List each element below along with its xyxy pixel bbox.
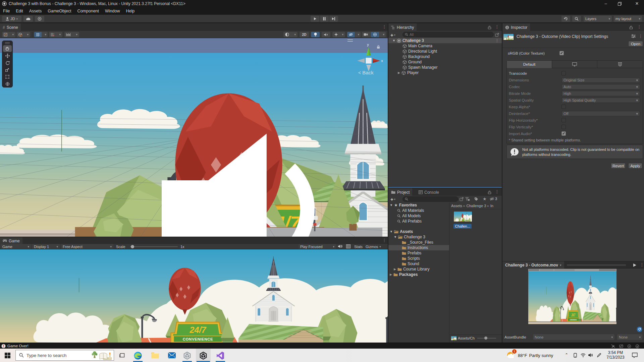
lock-icon[interactable] (488, 25, 491, 29)
tab-scene[interactable]: # Scene (0, 23, 21, 31)
tab-game[interactable]: Game (0, 237, 22, 244)
snap-increment-dropdown[interactable]: ▾ (64, 32, 79, 37)
taskbar-mail-icon[interactable] (168, 352, 176, 359)
favorites-row[interactable]: ▼★Favorites (388, 202, 449, 208)
file-thumbnail[interactable] (453, 211, 472, 222)
tab-project[interactable]: Project (388, 188, 412, 196)
tray-expand-chevron[interactable]: ⌃ (565, 353, 568, 357)
close-button[interactable]: ✕ (633, 1, 641, 6)
preview-play-icon[interactable] (633, 263, 637, 267)
hierarchy-row-root[interactable]: ▼ Challenge 3 ⋮ (388, 38, 502, 43)
flip-v-checkbox[interactable] (561, 125, 566, 129)
tools-handle[interactable] (2, 41, 12, 45)
tool-rotate[interactable] (3, 59, 12, 66)
folder-row[interactable]: Prefabs (388, 250, 449, 256)
platform-tab-default[interactable]: Default (507, 61, 552, 68)
search-jump-icon[interactable] (495, 33, 499, 37)
status-icon-activity[interactable] (635, 344, 639, 348)
weather-button[interactable]: 1 88°F Partly sunny (506, 349, 559, 361)
hierarchy-row[interactable]: Main Camera (388, 43, 502, 49)
tab-inspector[interactable]: Inspector (502, 23, 530, 31)
scale-slider-knob[interactable] (131, 245, 134, 248)
spatial-dropdown[interactable]: High Spatial Quality▾ (561, 98, 640, 103)
tool-hand[interactable] (3, 45, 12, 52)
pause-button[interactable] (320, 16, 329, 22)
preview-menu-dots[interactable]: ⋮ (640, 262, 644, 267)
scale-slider[interactable] (130, 246, 178, 247)
taskbar-clock[interactable]: 3:54 PM 7/13/2023 (605, 350, 626, 360)
task-view-button[interactable] (119, 353, 125, 358)
folder-row-selected[interactable]: Instructions (388, 245, 449, 250)
tab-console[interactable]: Console (416, 188, 442, 196)
play-button[interactable] (311, 16, 319, 22)
file-label[interactable]: Challen... (453, 224, 472, 229)
tool-scale[interactable] (3, 66, 12, 73)
stats-button[interactable]: Stats (354, 245, 363, 249)
folder-row[interactable]: Sound (388, 261, 449, 266)
account-button[interactable]: JD▾ (2, 16, 21, 22)
menu-window[interactable]: Window (102, 7, 123, 15)
scene-menu-dots[interactable]: ⋮ (382, 24, 386, 29)
game-vsync-toggle[interactable] (346, 244, 351, 248)
scene-draw-mode-dropdown[interactable]: ▾ (2, 32, 15, 37)
favorite-item[interactable]: All Materials (388, 208, 449, 213)
flip-h-checkbox[interactable] (561, 118, 566, 122)
search-button[interactable] (572, 16, 581, 22)
notification-center-icon[interactable] (632, 353, 638, 358)
assetbundle-dropdown[interactable]: None▾ (533, 334, 614, 340)
folder-row[interactable]: Scripts (388, 256, 449, 261)
tray-device-icon[interactable] (573, 353, 578, 358)
menu-edit[interactable]: Edit (13, 7, 26, 15)
taskbar-vs-icon[interactable] (216, 351, 225, 360)
open-button[interactable]: Open (628, 41, 643, 47)
menu-gameobject[interactable]: GameObject (45, 7, 74, 15)
deinterlace-dropdown[interactable]: Off▾ (561, 111, 640, 116)
aspect-dropdown[interactable]: Free Aspect▾ (61, 244, 113, 249)
platform-tab-standalone[interactable] (552, 61, 597, 68)
project-menu-dots[interactable]: ⋮ (495, 189, 499, 194)
transcode-checkbox[interactable] (561, 71, 566, 75)
project-breadcrumb[interactable]: Assets▸Challenge 3▸In (451, 203, 501, 208)
asset-filter-icon[interactable] (466, 197, 470, 201)
favorites-filter-icon[interactable]: ★ (483, 196, 487, 201)
game-audio-toggle[interactable] (338, 244, 342, 248)
menu-help[interactable]: Help (123, 7, 138, 15)
tray-wifi-icon[interactable] (581, 353, 586, 357)
hierarchy-row[interactable]: Spawn Manager (388, 65, 502, 70)
step-button[interactable] (329, 16, 338, 22)
platform-tab-webgl[interactable] (597, 61, 643, 68)
folder-row[interactable]: ▼Challenge 3 (388, 234, 449, 240)
bitrate-dropdown[interactable]: High▾ (561, 91, 640, 96)
favorite-item[interactable]: All Models (388, 213, 449, 219)
preview-scrubber[interactable] (567, 264, 626, 265)
scene-view-options-dropdown[interactable]: ▾ (17, 32, 30, 37)
tool-move[interactable] (3, 52, 12, 59)
project-jump-icon[interactable] (460, 197, 464, 201)
layout-dropdown[interactable]: my layout▾ (614, 16, 642, 22)
dimensions-dropdown[interactable]: Original Size▾ (561, 77, 640, 83)
game-viewport[interactable] (0, 249, 388, 343)
inspector-lock-icon[interactable] (629, 25, 633, 29)
hierarchy-row[interactable]: Ground (388, 59, 502, 65)
menu-assets[interactable]: Assets (26, 7, 45, 15)
scene-lighting-toggle[interactable] (311, 32, 320, 37)
grid-visibility-dropdown[interactable]: ▾ (49, 32, 62, 37)
gizmos-dropdown[interactable]: Gizmos▾ (366, 245, 381, 249)
apply-button[interactable]: Apply (628, 163, 642, 169)
assetbundle-variant-dropdown[interactable]: None▾ (617, 334, 642, 340)
video-preview[interactable] (528, 269, 616, 324)
shading-mode-dropdown[interactable]: ▾ (283, 32, 298, 37)
favorite-item[interactable]: All Prefabs (388, 219, 449, 224)
tray-volume-icon[interactable] (588, 353, 593, 357)
play-focused-dropdown[interactable]: Play Focused▾ (299, 244, 336, 249)
tray-pen-icon[interactable] (597, 353, 601, 358)
grid-snap-toggle[interactable]: ▾ (34, 32, 48, 37)
tool-rect[interactable] (3, 73, 12, 80)
tool-transform[interactable] (3, 80, 12, 87)
hierarchy-row[interactable]: ▶Player (388, 70, 502, 75)
start-button[interactable] (5, 353, 10, 358)
scene-viewport[interactable]: y x < Back (0, 38, 388, 237)
project-add-button[interactable]: +▾ (390, 196, 395, 202)
menu-file[interactable]: File (0, 7, 13, 15)
taskbar-search[interactable]: Type here to search (15, 350, 114, 361)
